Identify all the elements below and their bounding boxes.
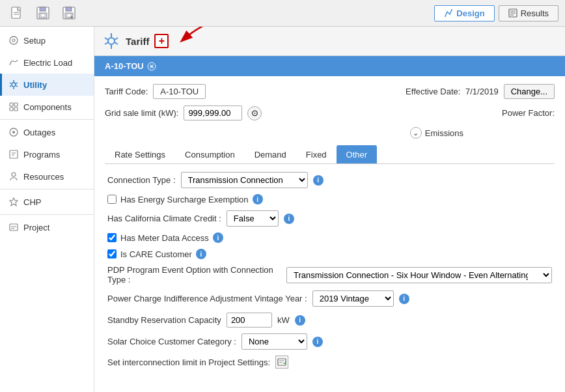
sidebar-item-setup[interactable]: Setup bbox=[0, 29, 94, 51]
outages-icon bbox=[8, 127, 19, 137]
tariff-code-row: Tariff Code: A-10-TOU Effective Date: 7/… bbox=[105, 84, 555, 99]
solar-choice-select[interactable]: None Standard bbox=[241, 333, 307, 350]
results-mode-button[interactable]: Results bbox=[499, 5, 558, 21]
ca-climate-credit-label: Has California Climate Credit : bbox=[107, 214, 221, 223]
standby-capacity-row: Standby Reservation Capacity kW i bbox=[107, 313, 552, 328]
sub-tab-demand[interactable]: Demand bbox=[245, 145, 296, 163]
save-as-button[interactable]: + bbox=[59, 4, 79, 22]
connection-type-info-icon[interactable]: i bbox=[313, 175, 324, 186]
sidebar: Setup Electric Load Utility bbox=[0, 27, 94, 392]
standby-info-icon[interactable]: i bbox=[295, 315, 305, 326]
energy-surcharge-checkbox[interactable] bbox=[107, 195, 117, 204]
solar-choice-info-icon[interactable]: i bbox=[312, 337, 323, 347]
grid-limit-options-button[interactable]: ⊙ bbox=[247, 106, 262, 120]
solar-choice-row: Solar Choice Customer Category : None St… bbox=[107, 333, 552, 350]
svg-rect-27 bbox=[10, 103, 13, 106]
ca-climate-info-icon[interactable]: i bbox=[284, 214, 294, 224]
grid-sale-label: Grid sale limit (kW): bbox=[105, 108, 178, 118]
interconnect-label: Set interconnection limit in Project Set… bbox=[107, 357, 270, 367]
power-charge-row: Power Charge Indifference Adjustment Vin… bbox=[107, 290, 552, 307]
sidebar-item-outages[interactable]: Outages bbox=[0, 121, 94, 143]
svg-line-45 bbox=[115, 38, 118, 40]
care-customer-row: Is CARE Customer i bbox=[107, 249, 552, 259]
mode-buttons: Design Results bbox=[434, 5, 558, 21]
ca-climate-credit-select[interactable]: False True bbox=[227, 210, 279, 227]
energy-surcharge-info-icon[interactable]: i bbox=[253, 194, 263, 204]
svg-point-46 bbox=[108, 38, 115, 44]
save-button[interactable] bbox=[33, 4, 53, 22]
sidebar-item-resources[interactable]: Resources bbox=[0, 165, 94, 188]
svg-rect-29 bbox=[10, 107, 13, 111]
svg-rect-4 bbox=[40, 7, 46, 11]
svg-rect-28 bbox=[14, 103, 18, 106]
svg-line-22 bbox=[10, 83, 12, 84]
power-factor-label: Power Factor: bbox=[502, 108, 555, 118]
svg-point-26 bbox=[12, 83, 16, 87]
standby-input[interactable] bbox=[227, 313, 272, 328]
svg-line-23 bbox=[16, 86, 18, 87]
project-icon bbox=[8, 222, 19, 232]
design-mode-button[interactable]: Design bbox=[434, 5, 494, 21]
svg-point-18 bbox=[10, 36, 18, 44]
svg-text:+: + bbox=[70, 15, 73, 20]
grid-sale-limit-row: Grid sale limit (kW): ⊙ Power Factor: bbox=[105, 105, 555, 120]
power-charge-info-icon[interactable]: i bbox=[399, 294, 409, 304]
standby-label: Standby Reservation Capacity bbox=[107, 315, 221, 325]
grid-sale-input[interactable] bbox=[184, 105, 242, 120]
pdp-program-label: PDP Program Event Option with Connection… bbox=[107, 265, 281, 285]
svg-line-42 bbox=[105, 38, 108, 40]
svg-line-24 bbox=[10, 86, 12, 87]
chp-icon bbox=[8, 197, 19, 207]
change-button[interactable]: Change... bbox=[504, 84, 555, 99]
tariff-code-label: Tariff Code: bbox=[105, 87, 148, 96]
energy-surcharge-label: Has Energy Surcharge Exemption bbox=[120, 195, 249, 204]
connection-type-select[interactable]: Transmission Connection Distribution Con… bbox=[181, 172, 308, 188]
tariff-tab-a10tou[interactable]: A-10-TOU bbox=[94, 56, 167, 76]
pdp-program-select[interactable]: Transmission Connection - Six Hour Windo… bbox=[286, 267, 552, 283]
sidebar-item-project[interactable]: Project bbox=[0, 216, 94, 238]
connection-type-row: Connection Type : Transmission Connectio… bbox=[107, 172, 552, 188]
components-icon bbox=[8, 102, 19, 112]
utility-icon bbox=[8, 79, 19, 90]
svg-point-32 bbox=[12, 131, 15, 133]
tariff-form: Tariff Code: A-10-TOU Effective Date: 7/… bbox=[94, 76, 565, 382]
sub-tab-bar: Rate Settings Consumption Demand Fixed O… bbox=[105, 145, 555, 164]
sidebar-item-electric-load[interactable]: Electric Load bbox=[0, 51, 94, 74]
meter-data-label: Has Meter Data Access bbox=[120, 233, 209, 243]
interconnect-icon-button[interactable] bbox=[275, 356, 288, 369]
sub-tab-consumption[interactable]: Consumption bbox=[175, 145, 245, 163]
add-tariff-button[interactable]: + bbox=[154, 34, 169, 48]
resources-icon bbox=[8, 171, 19, 182]
other-tab-content: Connection Type : Transmission Connectio… bbox=[105, 172, 555, 369]
standby-unit: kW bbox=[277, 315, 290, 325]
electric-load-icon bbox=[8, 57, 19, 68]
care-info-icon[interactable]: i bbox=[196, 249, 206, 259]
content-header: Tariff + bbox=[94, 27, 565, 56]
sub-tab-fixed[interactable]: Fixed bbox=[296, 145, 337, 163]
new-button[interactable] bbox=[7, 4, 27, 22]
sub-tab-other[interactable]: Other bbox=[337, 145, 378, 163]
sidebar-item-programs[interactable]: Programs bbox=[0, 143, 94, 165]
power-charge-select[interactable]: 2019 Vintage 2020 Vintage 2021 Vintage bbox=[312, 290, 394, 307]
tariff-tab-bar: A-10-TOU bbox=[94, 56, 565, 76]
sidebar-item-chp[interactable]: CHP bbox=[0, 191, 94, 213]
meter-data-checkbox[interactable] bbox=[107, 233, 117, 242]
svg-rect-33 bbox=[10, 150, 18, 158]
meter-data-row: Has Meter Data Access i bbox=[107, 232, 552, 243]
sub-tab-rate-settings[interactable]: Rate Settings bbox=[105, 145, 175, 163]
connection-type-label: Connection Type : bbox=[107, 175, 176, 185]
care-customer-checkbox[interactable] bbox=[107, 249, 117, 259]
svg-line-43 bbox=[115, 42, 118, 44]
close-tab-button[interactable] bbox=[147, 62, 156, 71]
pdp-program-row: PDP Program Event Option with Connection… bbox=[107, 265, 552, 285]
meter-data-info-icon[interactable]: i bbox=[213, 232, 223, 243]
interconnect-row: Set interconnection limit in Project Set… bbox=[107, 356, 552, 369]
expand-icon: ⌄ bbox=[410, 127, 422, 139]
svg-line-25 bbox=[16, 83, 18, 84]
emissions-label: Emissions bbox=[425, 128, 463, 138]
sidebar-item-utility[interactable]: Utility bbox=[0, 74, 94, 96]
effective-date-label: Effective Date: 7/1/2019 bbox=[406, 87, 499, 96]
sidebar-item-components[interactable]: Components bbox=[0, 96, 94, 118]
toolbar: + bbox=[7, 4, 79, 22]
emissions-expand-button[interactable]: ⌄ Emissions bbox=[410, 127, 463, 139]
